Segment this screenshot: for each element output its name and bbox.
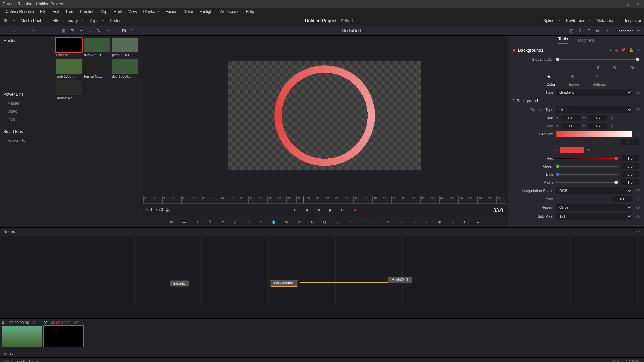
gradient-bar[interactable]	[556, 131, 632, 137]
keyframe-diamond[interactable]	[636, 189, 640, 192]
fusion-tool-16[interactable]: ⌓	[372, 219, 379, 225]
viewer-canvas[interactable]	[228, 61, 421, 170]
more-icon[interactable]: ⋯	[29, 28, 35, 34]
fusion-tool-24[interactable]: ☁	[474, 219, 481, 225]
clip-item[interactable]: Timeline 1	[56, 38, 82, 57]
fusion-tool-20[interactable]: T	[423, 219, 430, 225]
global-inout-slider[interactable]	[556, 59, 639, 60]
menu-file[interactable]: File	[37, 9, 49, 14]
keyframe-diamond[interactable]	[611, 124, 614, 128]
inspector-label[interactable]: Inspector	[618, 29, 633, 33]
alpha-slider[interactable]	[556, 182, 618, 183]
keyframe-diamond[interactable]	[636, 90, 640, 94]
fusion-tool-9[interactable]: ⟲	[283, 219, 290, 225]
menu-view[interactable]: View	[125, 9, 140, 14]
time-ruler[interactable]: 0246810121416182022242628303234363840424…	[143, 196, 506, 204]
background-section[interactable]: ˅ Background	[508, 97, 644, 105]
fusion-tool-23[interactable]: ◐	[462, 219, 468, 225]
fusion-tool-10[interactable]: ⟳	[296, 219, 303, 225]
mode-image[interactable]: ▦Image	[569, 74, 579, 86]
expand-color-icon[interactable]: ›	[556, 148, 557, 152]
chevron-down-icon[interactable]: ˅	[129, 28, 135, 34]
viewer[interactable]	[141, 36, 508, 196]
first-frame-button[interactable]: ⏮	[291, 207, 298, 213]
close-icon[interactable]: ✕	[635, 2, 641, 6]
start-x[interactable]	[561, 115, 580, 121]
layout-icon[interactable]: ▥	[3, 18, 9, 24]
menu-fairlight[interactable]: Fairlight	[196, 9, 217, 14]
clip-item[interactable]: lamb-1353...	[56, 59, 82, 78]
sort-icon[interactable]: ⇅	[95, 28, 101, 34]
start-y[interactable]	[588, 115, 607, 121]
keyframe-diamond[interactable]	[636, 132, 640, 136]
menu-edit[interactable]: Edit	[49, 9, 62, 14]
type-select[interactable]: Gradient	[556, 89, 632, 96]
nodes-options-icon[interactable]: ⋯	[636, 229, 641, 234]
menu-fusion[interactable]: Fusion	[162, 9, 180, 14]
end-y[interactable]	[588, 123, 607, 129]
keyframe-diamond[interactable]	[636, 197, 640, 201]
offset-slider[interactable]	[556, 199, 610, 199]
power-bins[interactable]: Power Bins	[0, 89, 54, 99]
step-back-button[interactable]: ◀	[304, 207, 310, 213]
lock-icon[interactable]: 🔒	[629, 48, 634, 52]
filter-icon[interactable]: ⋯	[104, 28, 110, 34]
color-swatch[interactable]	[560, 147, 584, 153]
list-view-icon[interactable]: ≡	[78, 28, 84, 34]
fusion-tool-0[interactable]: ▭	[168, 219, 175, 225]
subpixel-select[interactable]: 1x1	[556, 213, 632, 220]
fusion-tool-2[interactable]: T	[194, 219, 201, 225]
tool-clips[interactable]: ▫Clips	[82, 18, 99, 23]
version-icon[interactable]: ⎘	[615, 48, 618, 52]
tool-nodes[interactable]: ▫Nodes	[102, 18, 121, 23]
keyframe-diamond[interactable]	[636, 108, 640, 111]
tab-modifiers[interactable]: Modifiers	[578, 38, 594, 43]
chevron-right-icon[interactable]: ›	[20, 28, 26, 34]
menu-davinci-resolve[interactable]: DaVinci Resolve	[1, 9, 37, 14]
keyframe-diamond[interactable]	[636, 205, 640, 209]
menu-playback[interactable]: Playback	[140, 9, 162, 14]
fusion-tool-7[interactable]: ☀	[258, 219, 264, 225]
tool-media-pool[interactable]: ▫Media Pool	[13, 18, 41, 23]
menu-workspace[interactable]: Workspace	[217, 9, 243, 14]
minimize-icon[interactable]: ─	[612, 2, 619, 6]
safe-area-icon[interactable]: ⊕	[577, 28, 583, 34]
clip-item[interactable]: DaVinci Re...	[56, 80, 82, 100]
speaker-icon[interactable]: 🔈	[165, 207, 171, 213]
powerbin-video[interactable]: Video	[0, 107, 54, 115]
clip-item[interactable]: dog-18014...	[112, 59, 138, 78]
chevron-left-icon[interactable]: ‹	[11, 28, 17, 34]
thumb-view-icon[interactable]: ⊞	[69, 28, 75, 34]
menu-color[interactable]: Color	[180, 9, 196, 14]
options-icon[interactable]: ⋯	[635, 28, 641, 34]
fusion-tool-21[interactable]: ◉	[436, 219, 443, 225]
graph-node-ellipse1[interactable]: Ellipse1	[170, 280, 189, 287]
clip-thumb[interactable]	[56, 38, 82, 52]
last-frame-button[interactable]: ⏭	[340, 207, 346, 213]
clip-item[interactable]: river-29519...	[84, 38, 110, 57]
alpha-val[interactable]	[621, 179, 639, 185]
grid-view-icon[interactable]: ▦	[60, 28, 66, 34]
fusion-tool-5[interactable]: ╱	[232, 219, 239, 225]
menu-timeline[interactable]: Timeline	[76, 9, 97, 14]
pin-icon[interactable]: 📌	[621, 48, 626, 52]
fusion-tool-12[interactable]: ◨	[321, 219, 328, 225]
fusion-tool-15[interactable]: ⌒	[360, 219, 366, 225]
stop-button[interactable]: ■	[316, 207, 322, 213]
graph-node-background1[interactable]: Background1	[270, 280, 298, 286]
split-icon[interactable]: ◫	[569, 28, 575, 34]
smart-bins[interactable]: Smart Bins	[0, 127, 54, 137]
eyedropper-icon[interactable]: ✎	[587, 148, 590, 153]
tool-inspector[interactable]: ▫Inspector	[618, 18, 641, 23]
fusion-tool-22[interactable]: ⬚	[449, 219, 455, 225]
tool-spline[interactable]: ▫Spline	[536, 18, 554, 23]
fusion-tool-18[interactable]: ⊞	[398, 219, 405, 225]
blue-slider[interactable]	[556, 174, 618, 175]
fusion-tool-3[interactable]: ✎	[207, 219, 213, 225]
aspect-icon[interactable]: ▭	[595, 28, 601, 34]
smartbin-keywords[interactable]: Keywords	[0, 137, 54, 145]
current-time[interactable]: 33.0	[493, 207, 503, 213]
clip-thumb[interactable]	[84, 59, 110, 74]
clip-thumb[interactable]	[84, 38, 110, 52]
clip-item[interactable]: path-83203...	[112, 38, 138, 57]
